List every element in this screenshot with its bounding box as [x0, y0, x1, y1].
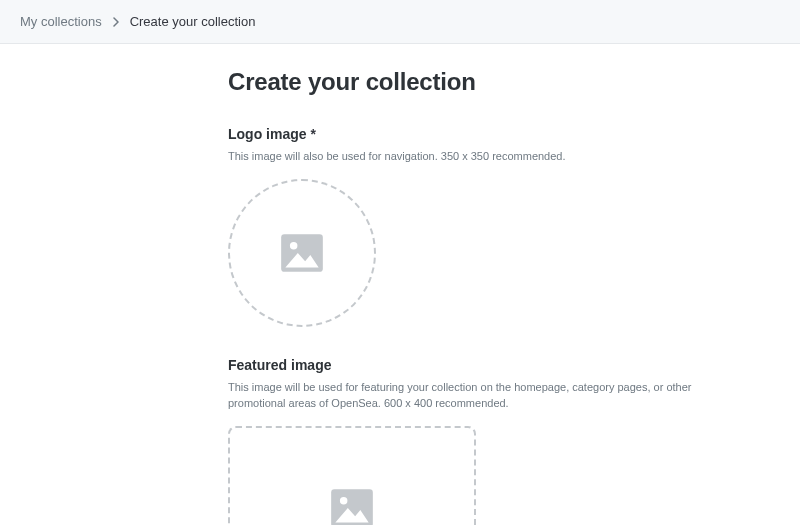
featured-image-dropzone[interactable]	[228, 426, 476, 526]
logo-image-label: Logo image *	[228, 126, 800, 142]
section-logo-image: Logo image * This image will also be use…	[228, 126, 800, 327]
breadcrumb-current: Create your collection	[130, 14, 256, 29]
main-content: Create your collection Logo image * This…	[0, 44, 800, 525]
logo-image-dropzone[interactable]	[228, 179, 376, 327]
svg-point-3	[340, 497, 348, 505]
logo-image-help-text: This image will also be used for navigat…	[228, 148, 748, 165]
chevron-right-icon	[112, 17, 120, 27]
required-asterisk: *	[310, 126, 315, 142]
svg-point-1	[290, 241, 298, 249]
featured-image-label-text: Featured image	[228, 357, 331, 373]
image-placeholder-icon	[327, 483, 377, 525]
featured-image-label: Featured image	[228, 357, 800, 373]
breadcrumb: My collections Create your collection	[0, 0, 800, 44]
breadcrumb-link-my-collections[interactable]: My collections	[20, 14, 102, 29]
page-title: Create your collection	[228, 68, 800, 96]
section-featured-image: Featured image This image will be used f…	[228, 357, 800, 526]
featured-image-help-text: This image will be used for featuring yo…	[228, 379, 748, 412]
image-placeholder-icon	[277, 228, 327, 278]
logo-image-label-text: Logo image	[228, 126, 307, 142]
